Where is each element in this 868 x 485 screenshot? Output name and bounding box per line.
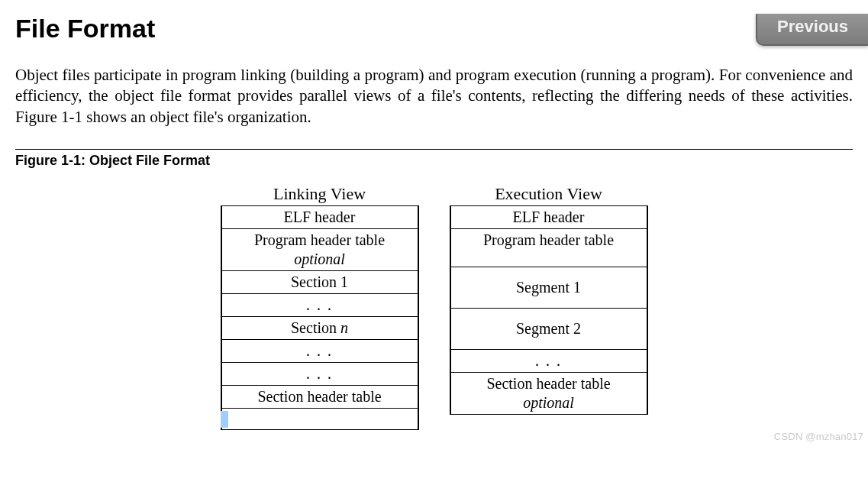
linking-section-header-table: Section header table (222, 385, 418, 408)
page-title: File Format (15, 14, 853, 44)
linking-section-n: Section n (222, 316, 418, 339)
execution-segment-1: Segment 1 (451, 267, 647, 308)
text-selection-marker (221, 411, 228, 428)
previous-button[interactable]: Previous (756, 14, 868, 46)
execution-section-header-table: Section header table optional (451, 372, 647, 415)
execution-view-body: ELF header Program header table Segment … (450, 205, 648, 415)
execution-view-title: Execution View (450, 183, 648, 205)
linking-trailing-row (222, 408, 418, 430)
linking-view-column: Linking View ELF header Program header t… (221, 183, 419, 430)
execution-program-header-table: Program header table (451, 228, 647, 267)
linking-section-n-var: n (340, 319, 348, 336)
linking-section-1: Section 1 (222, 270, 418, 293)
linking-dots-1: . . . (222, 293, 418, 316)
linking-pht-optional: optional (294, 251, 345, 267)
linking-view-title: Linking View (221, 183, 419, 205)
watermark: CSDN @mzhan017 (774, 431, 863, 442)
execution-segment-2: Segment 2 (451, 308, 647, 349)
linking-program-header-table: Program header table optional (222, 228, 418, 270)
linking-pht-text: Program header table (254, 231, 385, 248)
linking-elf-header: ELF header (222, 205, 418, 228)
intro-paragraph: Object files participate in program link… (15, 65, 853, 128)
linking-section-n-prefix: Section (291, 319, 340, 336)
linking-dots-3: . . . (222, 362, 418, 385)
execution-dots: . . . (451, 349, 647, 372)
linking-dots-2: . . . (222, 339, 418, 362)
figure-separator (15, 149, 853, 150)
figure-caption: Figure 1-1: Object File Format (15, 153, 853, 169)
figure-diagram: Linking View ELF header Program header t… (15, 183, 853, 430)
execution-sht-optional: optional (523, 394, 574, 411)
execution-view-column: Execution View ELF header Program header… (450, 183, 648, 430)
linking-view-body: ELF header Program header table optional… (221, 205, 419, 430)
previous-button-label: Previous (777, 17, 848, 36)
execution-sht-text: Section header table (486, 375, 610, 392)
execution-elf-header: ELF header (451, 205, 647, 228)
